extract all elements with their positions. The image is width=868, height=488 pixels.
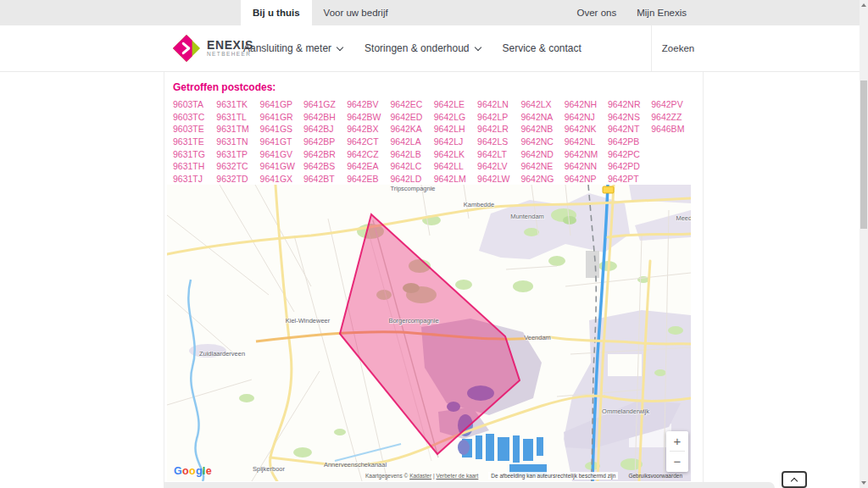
map-attribution: Kaartgegevens © Kadaster | Verbeter de k… <box>365 472 691 480</box>
postcode: 9642LW <box>477 174 520 184</box>
chevron-down-icon <box>474 44 481 51</box>
google-logo-letter: o <box>189 465 196 477</box>
map-data-credit: Kaartgegevens © Kadaster | Verbeter de k… <box>365 473 478 479</box>
postcode-row: 9603TC9631TL9641GR9642BH9642BW9642ED9642… <box>173 108 695 121</box>
google-logo-letter: o <box>182 465 189 477</box>
postcode: 9642NP <box>565 174 608 184</box>
postcode-grid: 9603TA9631TK9641GP9641GZ9642BV9642EC9642… <box>173 96 695 183</box>
attribution-prefix: Kaartgegevens © <box>365 473 409 479</box>
terms-link[interactable]: Gebruiksvoorwaarden <box>628 473 682 479</box>
page: Bij u thuis Voor uw bedrijf Over ons Mij… <box>0 0 868 488</box>
nav-label: Storingen & onderhoud <box>364 42 469 54</box>
zoom-in-button[interactable]: + <box>666 431 688 451</box>
google-logo-letter: G <box>174 465 182 477</box>
scrollbar-thumb[interactable] <box>860 80 867 229</box>
nav-label: Service & contact <box>503 42 581 54</box>
page-scrollbar[interactable] <box>860 0 868 488</box>
audience-tabs: Bij u thuis Voor uw bedrijf <box>241 0 400 25</box>
map-zoom-control: + − <box>666 431 688 472</box>
chevron-down-icon <box>337 44 343 51</box>
postcode: 9642BT <box>303 174 347 184</box>
postcode-row: 9603TE9631TM9641GS9642BJ9642BX9642KA9642… <box>173 120 695 133</box>
kadaster-link[interactable]: Kadaster <box>409 473 431 479</box>
content-panel: Getroffen postcodes: 9603TA9631TK9641GP9… <box>164 72 704 488</box>
postcode: 9642LD <box>390 174 433 184</box>
google-logo-letter: e <box>206 465 212 477</box>
zoom-out-button[interactable]: − <box>666 452 688 471</box>
postcode: 9646BM <box>651 124 694 134</box>
link-over-ons[interactable]: Over ons <box>577 8 617 18</box>
improve-map-link[interactable]: Verbeter de kaart <box>436 473 478 479</box>
postcode: 9642LM <box>434 174 477 184</box>
nav-label: Aansluiting & meter <box>243 42 331 54</box>
enexis-diamond-icon <box>172 34 201 63</box>
enexis-logo[interactable]: ENEXIS NETBEHEER <box>172 34 253 63</box>
google-logo[interactable]: Google <box>174 465 212 477</box>
main-nav: Aansluiting & meter Storingen & onderhou… <box>243 25 581 71</box>
scrollbar-down-arrow[interactable] <box>861 481 866 485</box>
postcode: 9642EB <box>347 174 390 184</box>
top-bar: Bij u thuis Voor uw bedrijf Over ons Mij… <box>0 0 860 25</box>
postcode: 9631TJ <box>173 174 216 184</box>
link-mijn-enexis[interactable]: Mijn Enexis <box>637 8 687 18</box>
postcode: 9642PT <box>608 174 651 184</box>
outage-map[interactable]: TripscompagnieKambeddeMuntendamMeedenKie… <box>167 185 691 481</box>
search-button[interactable]: Zoeken <box>652 25 704 71</box>
postcode: 9632TD <box>216 174 259 184</box>
tab-bij-u-thuis[interactable]: Bij u thuis <box>241 0 312 25</box>
nav-aansluiting-meter[interactable]: Aansluiting & meter <box>243 42 342 54</box>
nav-storingen-onderhoud[interactable]: Storingen & onderhoud <box>364 42 480 54</box>
postcode: 9642NG <box>520 174 564 184</box>
top-links: Over ons Mijn Enexis <box>577 0 687 25</box>
scrollbar-up-arrow[interactable] <box>861 3 866 7</box>
postcode-row: 9631TH9632TC9641GW9642BS9642EA9642LC9642… <box>173 158 695 170</box>
postcode-row: 9631TG9631TP9641GV9642BR9642CZ9642LB9642… <box>173 146 695 158</box>
postcode: 9641GX <box>260 174 303 184</box>
map-canvas <box>167 185 691 481</box>
scroll-to-top-button[interactable] <box>782 471 807 488</box>
google-logo-letter: g <box>196 465 203 477</box>
postcode-row: 9603TA9631TK9641GP9641GZ9642BV9642EC9642… <box>173 96 695 108</box>
copyright-notice: De afbeelding kan auteursrechtelijk besc… <box>488 472 618 480</box>
cookie-banner-edge <box>164 482 775 488</box>
postcode-row: 9631TE9631TN9641GT9642BP9642CT9642LA9642… <box>173 133 695 146</box>
chevron-up-icon <box>791 477 798 484</box>
tab-voor-uw-bedrijf[interactable]: Voor uw bedrijf <box>312 0 400 25</box>
nav-service-contact[interactable]: Service & contact <box>503 42 581 54</box>
route-shield-icon <box>603 186 614 193</box>
postcode-row: 9631TJ9632TD9641GX9642BT9642EB9642LD9642… <box>173 170 695 183</box>
affected-postcodes-heading: Getroffen postcodes: <box>173 81 275 93</box>
